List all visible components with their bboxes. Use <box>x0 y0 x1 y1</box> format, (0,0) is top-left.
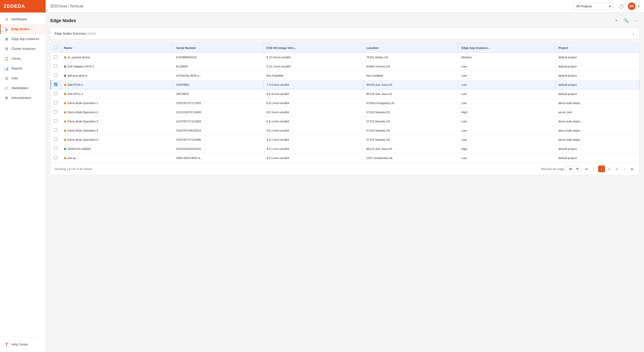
row-checkbox-cell[interactable] <box>51 53 61 62</box>
row-checkbox[interactable] <box>54 64 57 68</box>
row-checkbox[interactable] <box>54 128 57 132</box>
row-checkbox[interactable] <box>54 138 57 141</box>
row-location: 07102,Newark,US <box>363 108 458 117</box>
row-eveos: 6.8.4-kvm-amd64 <box>264 89 363 99</box>
row-checkbox[interactable] <box>54 101 57 104</box>
row-checkbox[interactable] <box>54 156 57 159</box>
row-checkbox-cell[interactable] <box>51 154 61 163</box>
summary-header[interactable]: Edge Nodes Summary (42/42) ⌄ <box>50 28 639 39</box>
row-eveos: 6.8.1-kvm-amd64 <box>264 135 363 144</box>
table-row[interactable]: Demo-Bulk-Operation-4 S167357X6615022 6.… <box>51 126 639 135</box>
row-location: 95112,San Jose,US <box>363 144 458 154</box>
page-2-button[interactable]: 2 <box>606 166 612 172</box>
sidebar-item-label-administration: Administration <box>12 96 31 100</box>
sidebar-item-cluster-instances[interactable]: ⊟ Cluster Instances <box>0 44 46 54</box>
project-selector-label: All Projects <box>576 4 607 8</box>
status-dot <box>64 102 66 104</box>
table-row[interactable]: dell-poe-device ed7de20a-3628-a... Not A… <box>51 71 639 80</box>
table-row[interactable]: Dell-XR11-1 28F3MH3 6.8.4-kvm-amd64 9512… <box>51 89 639 99</box>
table-row[interactable]: a1_packet-device E3S0R8000310 8.12.0-kvm… <box>51 53 639 62</box>
col-serial[interactable]: Serial Number <box>173 43 264 53</box>
row-checkbox[interactable] <box>54 55 57 58</box>
logo[interactable]: ZEDEDA <box>0 0 46 12</box>
sidebar-item-library[interactable]: 📋 Library <box>0 54 46 63</box>
sidebar-item-jobs[interactable]: ⊡ Jobs <box>0 73 46 83</box>
row-checkbox-cell[interactable] <box>51 80 61 89</box>
row-location: 75201,Dallas,US <box>363 53 458 62</box>
summary-card: Edge Nodes Summary (42/42) ⌄ <box>50 28 640 39</box>
showing-text: Showing 1 to 20 of 42 entries <box>54 167 541 171</box>
reports-icon: 📊 <box>4 66 9 71</box>
row-serial: G0VP8B3 <box>173 80 264 89</box>
page-title: Edge Nodes <box>50 18 613 23</box>
row-checkbox[interactable] <box>54 83 58 86</box>
row-checkbox-cell[interactable] <box>51 62 61 71</box>
col-name[interactable]: Name ↑ <box>61 43 173 53</box>
table-row[interactable]: Dell-Optiplex-3070-1 8LS6853 5.21.2-kvm-… <box>51 62 639 71</box>
history-icon[interactable]: 🕐 <box>617 2 625 10</box>
more-options-button[interactable]: ⋯ <box>632 17 640 24</box>
row-eveos: 6.8.1-kvm-amd64 <box>264 99 363 108</box>
select-all-checkbox[interactable] <box>54 46 57 49</box>
sidebar-item-administration[interactable]: ⚙ Administration <box>0 93 46 103</box>
row-eveos: 6.8.1-kvm-amd64 <box>264 117 363 126</box>
row-checkbox-cell[interactable] <box>51 99 61 108</box>
row-instances: Low <box>458 89 555 99</box>
first-page-button[interactable]: ⏮ <box>583 166 590 172</box>
row-location: 95103,San Jose,US <box>363 80 458 89</box>
row-checkbox[interactable] <box>54 110 57 113</box>
table-row[interactable]: Demo-Bulk-Operation-2 S15315207C15585 8.… <box>51 108 639 117</box>
next-page-button[interactable]: › <box>621 166 628 172</box>
page-1-button[interactable]: 1 <box>598 166 605 172</box>
col-eveos[interactable]: EVE-OS Image Vers... <box>264 43 363 53</box>
add-button[interactable]: + <box>613 17 620 24</box>
sidebar-item-edge-nodes[interactable]: 📡 Edge Nodes <box>0 24 46 34</box>
table-card: Name ↑ Serial Number EVE-OS Image Vers..… <box>50 43 640 175</box>
row-checkbox-cell[interactable] <box>51 126 61 135</box>
table-row[interactable]: Demo-Bulk-Operation-3 S167357X7123383 6.… <box>51 117 639 126</box>
col-project[interactable]: Project <box>555 43 639 53</box>
row-instances: Low <box>458 71 555 80</box>
row-checkbox-cell[interactable] <box>51 144 61 154</box>
row-checkbox-cell[interactable] <box>51 135 61 144</box>
col-location[interactable]: Location <box>363 43 458 53</box>
search-button[interactable]: 🔍 <box>622 17 630 24</box>
page-3-button[interactable]: 3 <box>613 166 620 172</box>
select-all-header[interactable] <box>51 43 61 53</box>
sidebar-item-help-center[interactable]: ❓ Help Center <box>0 340 46 349</box>
sidebar-item-dashboard[interactable]: ⊙ Dashboard <box>0 14 46 24</box>
avatar[interactable]: BR <box>628 2 636 10</box>
row-instances: Low <box>458 117 555 126</box>
row-checkbox[interactable] <box>54 147 57 150</box>
row-checkbox-cell[interactable] <box>51 89 61 99</box>
table-row[interactable]: Demo-Bulk-Operation-1 S167357X7127655 6.… <box>51 99 639 108</box>
row-name: Demo-Bulk-Operation-4 <box>61 126 173 135</box>
per-page-select[interactable]: 10 20 50 100 <box>566 166 580 172</box>
row-checkbox[interactable] <box>54 73 57 77</box>
row-checkbox-cell[interactable] <box>51 108 61 117</box>
table-row[interactable]: Dell-R740-1 G0VP8B3 7.4.0-kvm-amd64 9510… <box>51 80 639 89</box>
sidebar-item-label-help-center: Help Center <box>12 343 28 346</box>
table-row[interactable]: Demo-Bulk-Operation-5 S167357X7123396 6.… <box>51 135 639 144</box>
col-instances[interactable]: Edge App Instance... <box>458 43 555 53</box>
row-project: demo-bulk-deplo... <box>555 126 639 135</box>
row-serial: ed7de20a-3628-a... <box>173 71 264 80</box>
row-checkbox[interactable] <box>54 119 57 123</box>
project-selector[interactable]: All Projects ▾ <box>573 3 614 9</box>
last-page-button[interactable]: ⏭ <box>628 166 635 172</box>
sidebar-item-reports[interactable]: 📊 Reports <box>0 63 46 73</box>
row-checkbox-cell[interactable] <box>51 117 61 126</box>
row-checkbox-cell[interactable] <box>51 71 61 80</box>
sidebar-item-marketplace[interactable]: 🛒 Marketplace <box>0 83 46 93</box>
table-row[interactable]: DEMO-PA-SM300 S242344X9144152 9.4.1-kvm-… <box>51 144 639 154</box>
row-serial: E3S0R8000310 <box>173 53 264 62</box>
table-row[interactable]: eve-az 0000-0004-9897-6... 8.5.1-kvm-amd… <box>51 154 639 163</box>
row-checkbox[interactable] <box>54 92 57 95</box>
page-actions: + 🔍 ⋯ <box>613 17 640 24</box>
row-serial: S167357X7127655 <box>173 99 264 108</box>
prev-page-button[interactable]: ‹ <box>590 166 597 172</box>
row-project: default-project <box>555 53 639 62</box>
sidebar-item-edge-app-instances[interactable]: ⊞ Edge App Instances <box>0 34 46 44</box>
row-serial: S167357X6615022 <box>173 126 264 135</box>
table-footer: Showing 1 to 20 of 42 entries Records pe… <box>50 163 639 175</box>
